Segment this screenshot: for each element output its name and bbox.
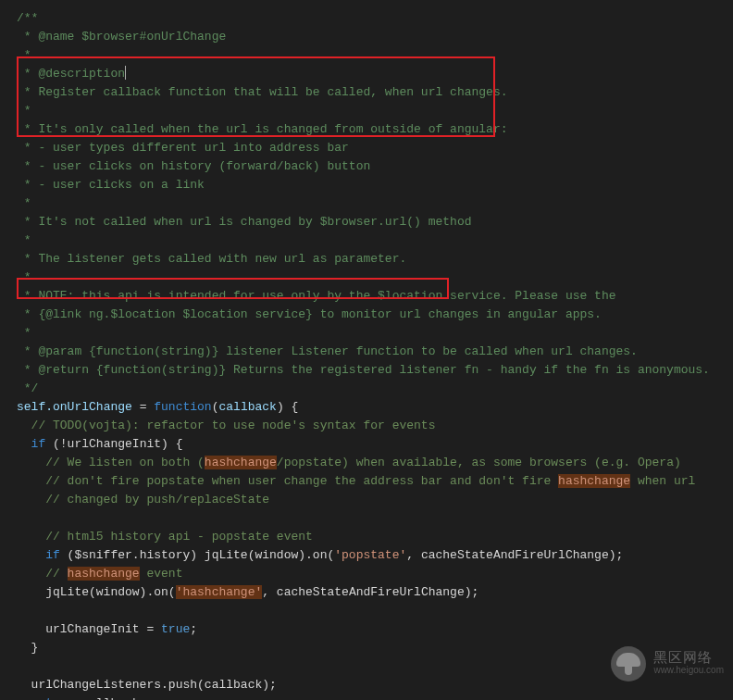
token: // don't fire popstate when user change … [17,474,558,488]
comment-line: * [17,194,733,213]
token-keyword: if [17,548,60,562]
comment-line: * It's only called when the url is chang… [17,120,733,139]
comment-line: // changed by push/replaceState [17,491,733,509]
comment-line: * - user clicks on a link [17,176,733,194]
comment-line: /** [17,9,733,28]
comment-line: * [17,269,733,287]
highlight-hashchange: hashchange [558,474,630,488]
code-line: urlChangeInit = true; [17,620,733,639]
code-line: if ($sniffer.history) jqLite(window).on(… [17,546,733,565]
token: (!urlChangeInit) { [45,437,182,451]
comment-line: // hashchange event [17,565,733,583]
comment-line: * The listener gets called with new url … [17,250,733,269]
token: = [132,400,154,414]
token-self: self [17,400,45,414]
comment-line: * @return {function(string)} Returns the… [17,361,733,380]
token: // We listen on both ( [17,456,205,469]
comment-line: * - user types different url into addres… [17,139,733,157]
comment-line: * [17,324,733,343]
token-prop: .onUrlChange [45,400,132,414]
comment-line: // We listen on both (hashchange/popstat… [17,454,733,472]
text: * @description [17,67,125,81]
comment-line: * @name $browser#onUrlChange [17,28,733,46]
blank-line [17,602,733,620]
token: /popstate) when available, as some brows… [277,456,681,469]
blank-line [17,509,733,528]
code-line: if (!urlChangeInit) { [17,435,733,454]
code-line: urlChangeListeners.push(callback); [17,676,733,694]
token: , cacheStateAndFireUrlChange); [262,585,478,599]
comment-line: * - user clicks on history (forward/back… [17,157,733,176]
token: event [140,567,183,581]
token: , cacheStateAndFireUrlChange); [406,548,623,562]
token-keyword: function [154,400,211,414]
comment-line-cursor: * @description [17,65,733,83]
token-keyword: return [17,696,74,700]
code-line: self.onUrlChange = function(callback) { [17,398,733,417]
code-line: return callback; [17,694,733,700]
token-param: callback [218,400,276,414]
comment-line: */ [17,380,733,398]
cursor [125,66,126,80]
comment-line: * Register callback function that will b… [17,83,733,102]
token: // [17,567,68,581]
token: callback; [74,696,146,700]
code-line: jqLite(window).on('hashchange', cacheSta… [17,583,733,602]
comment-line: // don't fire popstate when user change … [17,472,733,491]
token: ) { [277,400,298,414]
comment-line: * NOTE: this api is intended for use onl… [17,287,733,306]
token-keyword: if [17,437,45,451]
comment-line: // TODO(vojta): refactor to use node's s… [17,417,733,435]
comment-line: * @param {function(string)} listener Lis… [17,343,733,361]
token: when url [630,474,695,488]
comment-line: * [17,46,733,65]
comment-line: * [17,231,733,250]
highlight-hashchange: hashchange [68,567,140,581]
comment-line: * It's not called when url is changed by… [17,213,733,231]
highlight-hashchange: hashchange [205,456,277,469]
blank-line [17,657,733,676]
token: jqLite(window).on( [17,585,176,599]
comment-line: * {@link ng.$location $location service}… [17,306,733,324]
highlight-hashchange: 'hashchange' [176,585,263,599]
token-bool: true [161,622,190,636]
comment-line: // html5 history api - popstate event [17,528,733,546]
token: ; [190,622,197,636]
code-editor[interactable]: /** * @name $browser#onUrlChange * * @de… [17,9,733,700]
token-string: 'popstate' [334,548,406,562]
code-line: } [17,639,733,657]
token: urlChangeInit = [17,622,161,636]
comment-line: * [17,102,733,120]
token: ($sniffer.history) jqLite(window).on( [60,548,334,562]
